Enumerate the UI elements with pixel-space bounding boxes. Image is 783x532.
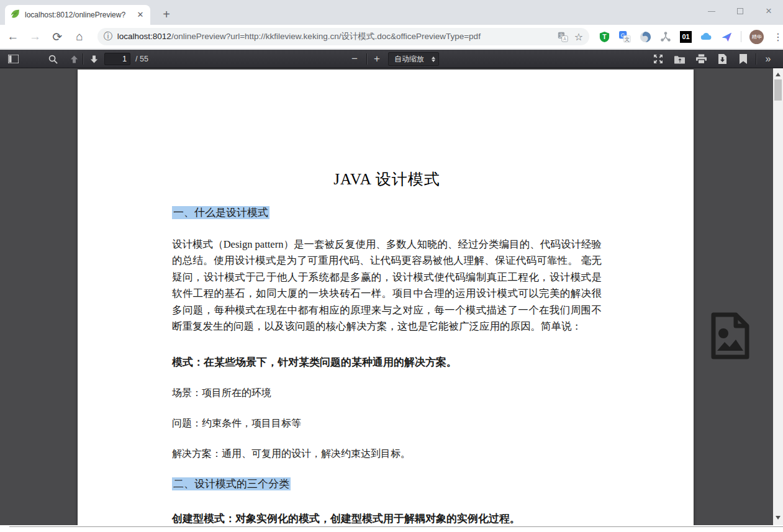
- scrollbar-thumb[interactable]: [774, 79, 782, 101]
- tab-strip: localhost:8012/onlinePreview? ✕ + ×: [0, 0, 783, 25]
- extensions-row: T G文 01 精华 ⋮: [598, 30, 783, 44]
- swirl-circle-extension-icon[interactable]: [639, 30, 651, 43]
- url-text[interactable]: localhost:8012/onlinePreview?url=http://…: [117, 31, 552, 42]
- translate-extension-icon[interactable]: G文: [618, 30, 631, 43]
- open-file-icon[interactable]: [671, 50, 687, 68]
- badge-01-extension-icon[interactable]: 01: [680, 31, 692, 43]
- cloud-extension-icon[interactable]: [700, 30, 712, 43]
- scroll-up-icon[interactable]: [773, 70, 783, 79]
- document-content: JAVA 设计模式 一、什么是设计模式 设计模式（Design pattern）…: [172, 70, 602, 525]
- tab-close-icon[interactable]: ✕: [135, 10, 145, 20]
- window-controls: ×: [707, 2, 773, 20]
- window-maximize-button[interactable]: [736, 7, 745, 16]
- home-icon[interactable]: ⌂: [70, 27, 89, 46]
- page-info-icon[interactable]: ⓘ: [104, 31, 112, 42]
- page-count-label: / 55: [135, 50, 148, 68]
- bold-line: 模式：在某些场景下，针对某类问题的某种通用的解决方案。: [172, 355, 602, 369]
- pdf-viewer-area[interactable]: JAVA 设计模式 一、什么是设计模式 设计模式（Design pattern）…: [0, 68, 773, 525]
- extensions-divider: [741, 31, 741, 42]
- svg-text:A: A: [563, 37, 566, 41]
- zoom-out-icon[interactable]: −: [346, 50, 363, 68]
- spring-leaf-favicon-icon: [10, 9, 20, 21]
- tab-title: localhost:8012/onlinePreview?: [25, 11, 130, 19]
- toolbar-divider: [756, 53, 756, 65]
- text-line: 场景：项目所在的环境: [172, 387, 602, 400]
- toolbar-divider: [366, 53, 367, 65]
- url-bar[interactable]: ⓘ localhost:8012/onlinePreview?url=http:…: [97, 28, 589, 45]
- translate-page-icon[interactable]: 文A: [557, 30, 569, 43]
- search-icon[interactable]: [45, 50, 61, 68]
- scrollbar[interactable]: [773, 68, 783, 525]
- toolbar-divider: [83, 53, 83, 65]
- back-icon[interactable]: ←: [4, 27, 22, 46]
- bottom-edge-line: [9, 526, 783, 527]
- text-line: 解决方案：通用、可复用的设计，解决约束达到目标。: [172, 448, 602, 461]
- next-page-icon[interactable]: [86, 50, 102, 68]
- more-tools-icon[interactable]: »: [760, 50, 776, 68]
- zoom-select[interactable]: 自动缩放: [388, 52, 439, 66]
- url-host: localhost:8012: [117, 32, 171, 41]
- pdf-toolbar: / 55 − + 自动缩放 »: [0, 50, 783, 68]
- scroll-down-icon[interactable]: [773, 513, 783, 523]
- forward-icon[interactable]: →: [26, 27, 45, 46]
- url-path: /onlinePreview?url=http://kkfileview.kek…: [171, 32, 481, 41]
- bookmark-star-icon[interactable]: ☆: [574, 31, 583, 43]
- svg-text:T: T: [602, 34, 607, 40]
- svg-text:文: 文: [624, 35, 630, 42]
- sitemap-extension-icon[interactable]: [659, 30, 672, 43]
- page-number-input[interactable]: [104, 53, 130, 65]
- paragraph: 设计模式（Design pattern）是一套被反复使用、多数人知晓的、经过分类…: [172, 237, 602, 335]
- section-heading: 二、设计模式的三个分类: [172, 477, 602, 491]
- previous-page-icon[interactable]: [66, 50, 82, 68]
- bold-line: 创建型模式：对象实例化的模式，创建型模式用于解耦对象的实例化过程。: [172, 512, 602, 525]
- bird-extension-icon[interactable]: [720, 30, 733, 43]
- presentation-mode-icon[interactable]: [650, 50, 666, 68]
- download-icon[interactable]: [714, 50, 730, 68]
- text-line: 问题：约束条件，项目目标等: [172, 417, 602, 430]
- bookmark-view-icon[interactable]: [735, 50, 751, 68]
- pdf-page: JAVA 设计模式 一、什么是设计模式 设计模式（Design pattern）…: [78, 70, 694, 525]
- page-bottom-strip: [0, 525, 783, 532]
- browser-window: localhost:8012/onlinePreview? ✕ + × ← → …: [0, 0, 783, 532]
- navigation-bar: ← → ⟳ ⌂ ⓘ localhost:8012/onlinePreview?u…: [0, 25, 783, 49]
- document-title: JAVA 设计模式: [172, 169, 602, 189]
- window-close-button[interactable]: ×: [764, 7, 773, 16]
- chrome-menu-icon[interactable]: ⋮: [773, 31, 783, 43]
- print-icon[interactable]: [693, 50, 709, 68]
- section-heading: 一、什么是设计模式: [172, 205, 602, 220]
- window-minimize-button[interactable]: [707, 7, 716, 16]
- profile-avatar[interactable]: 精华: [749, 30, 764, 44]
- new-tab-button[interactable]: +: [158, 6, 175, 24]
- zoom-in-icon[interactable]: +: [369, 50, 385, 68]
- reload-icon[interactable]: ⟳: [48, 27, 66, 46]
- browser-tab[interactable]: localhost:8012/onlinePreview? ✕: [5, 5, 150, 25]
- green-shield-extension-icon[interactable]: T: [598, 30, 610, 43]
- sidebar-toggle-icon[interactable]: [5, 50, 21, 68]
- zoom-select-value: 自动缩放: [394, 54, 432, 65]
- select-caret-icon: [432, 56, 435, 62]
- image-file-icon[interactable]: [708, 312, 752, 359]
